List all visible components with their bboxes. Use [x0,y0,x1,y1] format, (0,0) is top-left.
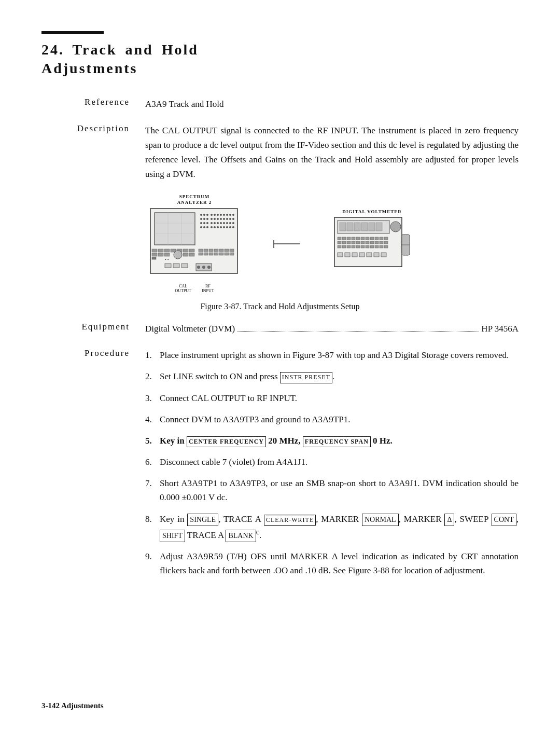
svg-rect-91 [347,223,353,231]
equipment-item-row: Digital Voltmeter (DVM) HP 3456A [145,322,519,336]
equipment-row: Equipment Digital Voltmeter (DVM) HP 345… [41,322,519,336]
proc-num-4: 4. [145,412,160,426]
svg-point-22 [217,218,219,220]
spectrum-analyzer-svg: • • [149,208,240,283]
svg-rect-95 [376,223,382,231]
equipment-content: Digital Voltmeter (DVM) HP 3456A [145,322,519,336]
svg-rect-107 [384,237,388,240]
svg-rect-108 [338,241,341,244]
svg-point-13 [223,214,225,216]
svg-point-60 [174,251,182,259]
clear-write-key: CLEAR-WRITE [264,515,316,526]
svg-rect-1 [155,213,195,245]
svg-rect-127 [375,245,379,248]
svg-point-36 [226,222,228,224]
cont-key: CONT [492,514,516,526]
reference-text: A3A9 Track and Hold [145,99,224,109]
svg-rect-124 [361,245,365,248]
svg-point-8 [206,214,208,216]
proc-num-3: 3. [145,391,160,405]
svg-rect-101 [356,237,360,240]
procedure-item-3: 3. Connect CAL OUTPUT to RF INPUT. [145,391,519,405]
superscript-c: c [256,528,259,536]
svg-rect-116 [375,241,379,244]
svg-rect-77 [152,257,156,259]
svg-rect-85 [181,264,188,268]
description-label: Description [41,123,145,182]
svg-rect-68 [225,249,229,252]
rf-input-label: RFINPUT [202,284,214,294]
svg-rect-136 [381,253,386,257]
svg-rect-100 [352,237,355,240]
svg-point-14 [226,214,228,216]
procedure-label: Procedure [41,348,145,585]
svg-point-18 [203,218,205,220]
svg-rect-129 [384,245,388,248]
svg-point-47 [226,226,228,228]
svg-point-40 [203,226,205,228]
svg-rect-84 [173,264,179,268]
svg-text:• •: • • [165,257,169,262]
svg-point-48 [229,226,231,228]
delta-key: Δ [444,514,454,526]
dvm-svg [333,216,411,279]
svg-rect-117 [380,241,383,244]
svg-rect-83 [165,264,171,268]
proc-text-8: Key in SINGLE, TRACE A CLEAR-WRITE, MARK… [160,512,519,542]
svg-rect-59 [164,253,170,256]
svg-point-17 [200,218,202,220]
svg-rect-118 [384,241,388,244]
chapter-title: 24. Track and HoldAdjustments [41,40,519,78]
reference-label: Reference [41,97,145,111]
svg-rect-135 [374,253,379,257]
svg-point-20 [211,218,213,220]
svg-point-80 [197,266,200,269]
svg-rect-69 [230,249,234,252]
procedure-item-2: 2. Set LINE switch to ON and press INSTR… [145,369,519,383]
procedure-content: 1. Place instrument upright as shown in … [145,348,519,585]
device-diagram: SPECTRUMANALYZER 2 [149,194,411,294]
svg-rect-52 [164,249,170,252]
proc-text-7: Short A3A9TP1 to A3A9TP3, or use an SMB … [160,476,519,504]
svg-point-31 [211,222,213,224]
svg-point-41 [206,226,208,228]
proc-num-8: 8. [145,512,160,542]
svg-point-10 [214,214,216,216]
svg-rect-105 [375,237,379,240]
svg-point-9 [211,214,213,216]
procedure-item-6: 6. Disconnect cable 7 (violet) from A4A1… [145,455,519,469]
footer-text: 3-142 Adjustments [41,701,104,710]
svg-rect-102 [361,237,365,240]
spectrum-analyzer-diagram: SPECTRUMANALYZER 2 [149,194,240,294]
svg-point-29 [203,222,205,224]
svg-point-19 [206,218,208,220]
svg-point-21 [214,218,216,220]
svg-rect-97 [338,237,341,240]
svg-rect-98 [342,237,346,240]
svg-rect-131 [345,253,350,257]
svg-rect-92 [354,223,360,231]
procedure-item-1: 1. Place instrument upright as shown in … [145,348,519,362]
figure-caption-text: Figure 3-87. Track and Hold Adjustments … [200,302,359,311]
instr-preset-key: INSTR PRESET [280,372,332,383]
proc-num-2: 2. [145,369,160,383]
svg-point-39 [200,226,202,228]
svg-point-43 [214,226,216,228]
equipment-dots [237,331,479,332]
page-footer: 3-142 Adjustments [41,701,104,710]
cal-output-label: CALOUTPUT [175,284,191,294]
svg-point-11 [217,214,219,216]
svg-point-82 [207,266,211,269]
svg-point-6 [200,214,202,216]
svg-rect-56 [189,249,194,252]
svg-point-49 [232,226,234,228]
svg-rect-115 [370,241,374,244]
proc-num-5: 5. [145,434,160,448]
svg-rect-120 [342,245,346,248]
equipment-label: Equipment [41,322,145,336]
svg-point-7 [203,214,205,216]
proc-text-1: Place instrument upright as shown in Fig… [160,348,519,362]
svg-rect-72 [209,253,213,255]
svg-point-45 [220,226,222,228]
figure-caption: Figure 3-87. Track and Hold Adjustments … [200,302,359,311]
